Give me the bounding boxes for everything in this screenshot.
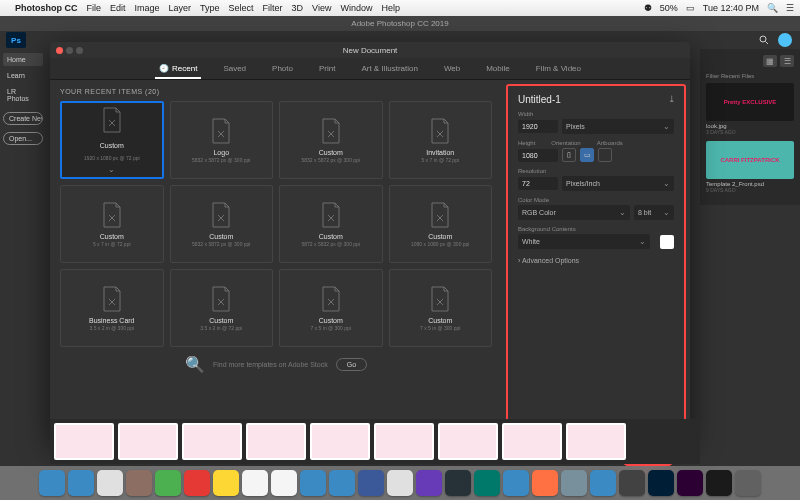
dock-app-icon[interactable]	[300, 470, 326, 496]
preset-item[interactable]: Custom5832 x 5872 px @ 300 ppi	[279, 101, 383, 179]
menu-edit[interactable]: Edit	[110, 3, 126, 13]
width-input[interactable]	[518, 120, 558, 133]
preset-item[interactable]: Custom7 x 5 in @ 300 ppi	[279, 269, 383, 347]
preset-item[interactable]: Custom1920 x 1080 px @ 72 ppi	[60, 101, 164, 179]
film-thumb[interactable]	[182, 423, 242, 460]
preset-item[interactable]: Custom5832 x 5872 px @ 300 ppi	[170, 185, 274, 263]
menu-3d[interactable]: 3D	[292, 3, 304, 13]
dock-app-icon[interactable]	[184, 470, 210, 496]
dock-app-icon[interactable]	[416, 470, 442, 496]
grid-view-icon[interactable]: ▦	[763, 55, 777, 67]
film-thumb[interactable]	[118, 423, 178, 460]
sidebar-item-learn[interactable]: Learn	[3, 69, 43, 82]
dock-app-icon[interactable]	[503, 470, 529, 496]
tab-film-video[interactable]: Film & Video	[524, 58, 593, 79]
orient-portrait-button[interactable]: ▯	[562, 148, 576, 162]
dock-app-icon[interactable]	[97, 470, 123, 496]
dock-app-icon[interactable]	[445, 470, 471, 496]
sidebar-item-home[interactable]: Home	[3, 53, 43, 66]
film-thumb[interactable]	[54, 423, 114, 460]
modal-title: New Document	[50, 46, 690, 55]
dock-app-icon[interactable]	[242, 470, 268, 496]
open-button[interactable]: Open...	[3, 132, 43, 145]
app-name[interactable]: Photoshop CC	[15, 3, 78, 13]
create-new-button[interactable]: Create New	[3, 112, 43, 125]
dock-app-icon[interactable]	[213, 470, 239, 496]
width-unit-select[interactable]: Pixels	[562, 119, 674, 134]
advanced-toggle[interactable]: › Advanced Options	[518, 257, 674, 264]
dock-app-icon[interactable]	[561, 470, 587, 496]
preset-item[interactable]: Custom5872 x 5832 px @ 300 ppi	[279, 185, 383, 263]
dock-app-icon[interactable]	[532, 470, 558, 496]
film-thumb[interactable]	[374, 423, 434, 460]
sidebar-item-lrphotos[interactable]: LR Photos	[3, 85, 43, 105]
film-thumb[interactable]	[566, 423, 626, 460]
list-view-icon[interactable]: ☰	[780, 55, 794, 67]
avatar[interactable]	[778, 33, 792, 47]
preset-item[interactable]: Business Card3.5 x 2 in @ 300 ppi	[60, 269, 164, 347]
dock-app-icon[interactable]	[677, 470, 703, 496]
film-thumb[interactable]	[438, 423, 498, 460]
bg-select[interactable]: White	[518, 234, 650, 249]
ps-logo-icon[interactable]: Ps	[6, 32, 26, 48]
menu-layer[interactable]: Layer	[169, 3, 192, 13]
go-button[interactable]: Go	[336, 358, 367, 371]
dock-app-icon[interactable]	[590, 470, 616, 496]
menu-select[interactable]: Select	[229, 3, 254, 13]
tab-mobile[interactable]: Mobile	[474, 58, 522, 79]
film-thumb[interactable]	[502, 423, 562, 460]
dock-app-icon[interactable]	[155, 470, 181, 496]
menu-help[interactable]: Help	[381, 3, 400, 13]
dock-app-icon[interactable]	[619, 470, 645, 496]
height-input[interactable]	[518, 149, 558, 162]
tab-web[interactable]: Web	[432, 58, 472, 79]
preset-item[interactable]: Custom7 x 5 in @ 300 ppi	[389, 269, 493, 347]
tab-art-illustration[interactable]: Art & Illustration	[349, 58, 429, 79]
doc-title-input[interactable]: Untitled-1	[518, 94, 674, 105]
wifi-icon[interactable]: ⚉	[644, 3, 652, 13]
resolution-input[interactable]	[518, 177, 558, 190]
dock-app-icon[interactable]	[358, 470, 384, 496]
menu-filter[interactable]: Filter	[263, 3, 283, 13]
tab-recent[interactable]: 🕘 Recent	[147, 58, 209, 79]
save-preset-icon[interactable]: ⤓	[668, 94, 676, 104]
menu-view[interactable]: View	[312, 3, 331, 13]
dock-app-icon[interactable]	[39, 470, 65, 496]
preset-item[interactable]: Logo5832 x 5872 px @ 300 ppi	[170, 101, 274, 179]
notif-icon[interactable]: ☰	[786, 3, 794, 13]
menu-type[interactable]: Type	[200, 3, 220, 13]
dock-app-icon[interactable]	[735, 470, 761, 496]
tab-photo[interactable]: Photo	[260, 58, 305, 79]
bitdepth-select[interactable]: 8 bit	[634, 205, 674, 220]
film-thumb[interactable]	[310, 423, 370, 460]
artboards-checkbox[interactable]	[598, 148, 612, 162]
spotlight-icon[interactable]: 🔍	[767, 3, 778, 13]
dock-app-icon[interactable]	[126, 470, 152, 496]
resolution-unit-select[interactable]: Pixels/Inch	[562, 176, 674, 191]
preset-item[interactable]: Custom1080 x 1080 px @ 300 ppi	[389, 185, 493, 263]
menu-window[interactable]: Window	[340, 3, 372, 13]
bg-swatch[interactable]	[660, 235, 674, 249]
clock[interactable]: Tue 12:40 PM	[703, 3, 759, 13]
recent-thumb[interactable]: Pretty EXCLUSIVE	[706, 83, 794, 121]
preset-item[interactable]: Custom3.5 x 2 in @ 72 ppi	[170, 269, 274, 347]
dock-app-icon[interactable]	[474, 470, 500, 496]
film-thumb[interactable]	[246, 423, 306, 460]
dock-app-icon[interactable]	[68, 470, 94, 496]
dock-app-icon[interactable]	[329, 470, 355, 496]
search-icon[interactable]	[758, 34, 770, 46]
tab-print[interactable]: Print	[307, 58, 347, 79]
orient-landscape-button[interactable]: ▭	[580, 148, 594, 162]
preset-item[interactable]: Custom5 x 7 in @ 72 ppi	[60, 185, 164, 263]
menu-file[interactable]: File	[87, 3, 102, 13]
dock-app-icon[interactable]	[648, 470, 674, 496]
stock-search-placeholder[interactable]: Find more templates on Adobe Stock	[213, 361, 328, 368]
tab-saved[interactable]: Saved	[211, 58, 258, 79]
dock-app-icon[interactable]	[706, 470, 732, 496]
preset-item[interactable]: Invitation5 x 7 in @ 72 ppi	[389, 101, 493, 179]
dock-app-icon[interactable]	[271, 470, 297, 496]
colormode-select[interactable]: RGB Color	[518, 205, 630, 220]
dock-app-icon[interactable]	[387, 470, 413, 496]
menu-image[interactable]: Image	[135, 3, 160, 13]
recent-thumb[interactable]: CARRI FITZPATRICK	[706, 141, 794, 179]
